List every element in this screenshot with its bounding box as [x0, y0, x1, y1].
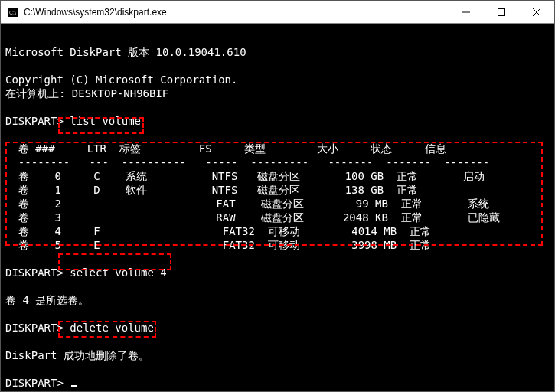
- prompt: DISKPART>: [5, 322, 64, 334]
- window-titlebar: C:\ C:\Windows\system32\diskpart.exe: [1, 1, 554, 24]
- minimize-button[interactable]: [449, 1, 484, 24]
- window-title: C:\Windows\system32\diskpart.exe: [24, 7, 449, 18]
- deleted-msg: DiskPart 成功地删除了卷。: [5, 349, 149, 361]
- table-row: 卷 2 FAT 磁盘分区 99 MB 正常 系统: [18, 198, 489, 210]
- cmd-list-volume: list volume: [70, 115, 141, 127]
- col-status: 状态: [371, 142, 392, 155]
- prompt: DISKPART>: [5, 266, 64, 279]
- col-vol: 卷 ###: [18, 142, 55, 155]
- table-row: 卷 3 RAW 磁盘分区 2048 KB 正常 已隐藏: [18, 211, 500, 224]
- close-button[interactable]: [519, 1, 554, 24]
- col-fs: FS: [199, 142, 212, 155]
- cursor: [71, 385, 77, 387]
- col-size: 大小: [317, 142, 338, 155]
- maximize-button[interactable]: [484, 1, 519, 24]
- col-info: 信息: [425, 142, 446, 155]
- terminal-output[interactable]: Microsoft DiskPart 版本 10.0.19041.610 Cop…: [1, 24, 554, 391]
- svg-text:C:\: C:\: [9, 10, 16, 15]
- table-row: 卷 0 C 系统 NTFS 磁盘分区 100 GB 正常 启动: [18, 170, 485, 182]
- selected-msg: 卷 4 是所选卷。: [5, 294, 89, 306]
- computer-line: 在计算机上: DESKTOP-NH96BIF: [5, 87, 168, 100]
- table-row: 卷 1 D 软件 NTFS 磁盘分区 138 GB 正常: [18, 184, 418, 196]
- banner-line: Microsoft DiskPart 版本 10.0.19041.610: [5, 46, 246, 58]
- copyright-line: Copyright (C) Microsoft Corporation.: [5, 74, 237, 86]
- cmd-delete-volume: delete volume: [70, 322, 154, 334]
- col-label: 标签: [119, 142, 141, 155]
- table-row: 卷 4 F FAT32 可移动 4014 MB 正常: [18, 225, 431, 237]
- svg-rect-5: [498, 8, 505, 15]
- prompt: DISKPART>: [5, 377, 64, 389]
- prompt: DISKPART>: [5, 115, 64, 127]
- col-type: 类型: [244, 142, 266, 155]
- table-row: 卷 5 E FAT32 可移动 3998 MB 正常: [18, 239, 431, 251]
- app-icon: C:\: [7, 6, 19, 18]
- col-ltr: LTR: [87, 142, 106, 155]
- cmd-select-volume: select volume 4: [70, 266, 166, 279]
